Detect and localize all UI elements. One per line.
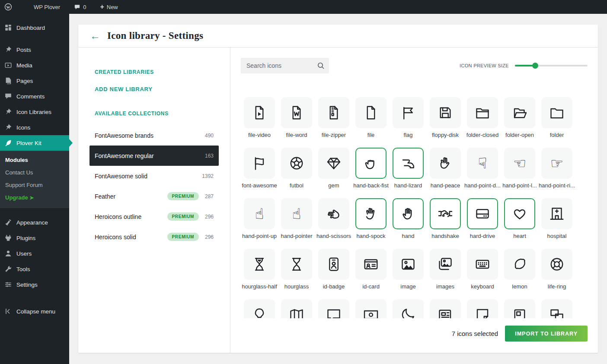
icon-tile-file-video[interactable] [244,97,275,128]
add-new-library-button[interactable]: ADD NEW LIBRARY [95,86,219,92]
dashboard-icon [4,23,13,32]
icon-tile-folder[interactable] [541,97,572,128]
icon-label: keyboard [471,283,494,290]
sidebar-item-settings[interactable]: Settings [0,277,69,292]
collection-row-heroicons-solid[interactable]: Heroicons solidPREMIUM296 [89,227,219,247]
icon-tile-floppy-disk[interactable] [430,97,461,128]
import-to-library-button[interactable]: IMPORT TO LIBRARY [505,326,588,342]
icon-tile-hourglass-half[interactable] [244,249,275,280]
icon-tile-hourglass[interactable] [281,249,312,280]
sidebar-group: PostsMediaPagesCommentsIcon LibrariesIco… [0,42,69,208]
icon-tile-newspaper[interactable] [430,299,461,318]
icon-label: hard-drive [470,233,495,239]
icon-tile-message[interactable] [318,299,349,318]
icon-tile-file-zipper[interactable] [318,97,349,128]
admin-bar-comments[interactable]: 0 [70,0,90,14]
sidebar-item-appearance[interactable]: Appearance [0,215,69,230]
file-video-icon [252,105,267,120]
icon-tile-moon[interactable] [393,299,424,318]
sidebar-item-users[interactable]: Users [0,246,69,261]
icon-tile-id-card[interactable] [355,249,387,280]
sidebar-item-dashboard[interactable]: Dashboard [0,20,69,35]
submenu-item-upgrade[interactable]: Upgrade ➤ [0,191,69,204]
icon-tile-hand-point-left[interactable]: ☜ [504,148,535,179]
sidebar-item-collapse-menu[interactable]: Collapse menu [0,304,69,319]
icon-tile-heart[interactable] [504,198,535,229]
search-input[interactable] [241,58,329,73]
icon-tile-hand-point-down[interactable]: ☟ [467,148,498,179]
icon-tile-futbol[interactable] [281,148,312,179]
icon-tile-hand-back-fist[interactable] [355,148,387,179]
icon-label: flag [404,132,413,138]
sidebar-item-plugins[interactable]: Plugins [0,230,69,246]
life-ring-icon [549,256,565,272]
icon-tile-object-ungroup[interactable] [541,299,572,318]
icon-label: hospital [547,233,567,239]
icon-size-slider[interactable] [515,63,588,69]
icon-tile-hand-point-right[interactable]: ☞ [541,148,572,179]
icon-tile-hand-spock[interactable] [355,198,387,229]
icon-tile-hand-scissors[interactable] [318,198,349,229]
collection-row-feather[interactable]: FeatherPREMIUM287 [89,186,219,206]
icon-tile-flag[interactable] [393,97,424,128]
icon-tile-lightbulb[interactable] [244,299,275,318]
icon-tile-folder-closed[interactable] [467,97,498,128]
admin-bar-site-name[interactable]: WP Plover [29,0,64,14]
collection-row-heroicons-outline[interactable]: Heroicons outlinePREMIUM296 [89,206,219,227]
icon-tile-hand[interactable] [393,198,424,229]
icon-tile-hand-lizard[interactable] [393,148,424,179]
icon-tile-images[interactable] [430,249,461,280]
icons-toolbar: ICON PREVIEW SIZE [241,58,588,73]
icon-tile-life-ring[interactable] [541,249,572,280]
icon-label: handshake [431,233,459,239]
sidebar-item-tools[interactable]: Tools [0,261,69,277]
icon-tile-object-group[interactable] [504,299,535,318]
icon-tile-gem[interactable] [318,148,349,179]
collection-row-fontawesome-regular[interactable]: FontAwesome regular163 [89,146,219,166]
icon-tile-hand-pointer[interactable]: ☝ [281,198,312,229]
submenu-item-support-forum[interactable]: Support Forum [0,179,69,191]
icon-tile-file[interactable] [355,97,387,128]
sidebar-item-icons[interactable]: Icons [0,120,69,135]
admin-bar-new[interactable]: + New [96,0,122,14]
icon-cell-hospital: hospital [538,198,575,239]
media-icon [4,61,13,70]
collection-row-fontawesome-brands[interactable]: FontAwesome brands490 [89,125,219,146]
sidebar-item-media[interactable]: Media [0,57,69,73]
icon-tile-map[interactable] [281,299,312,318]
icon-tile-hospital[interactable] [541,198,572,229]
icon-tile-hand-peace[interactable] [430,148,461,179]
collection-row-fontawesome-solid[interactable]: FontAwesome solid1392 [89,166,219,186]
back-button[interactable]: ← [90,31,100,41]
icon-cell-hard-drive: hard-drive [464,198,501,239]
icon-tile-hard-drive[interactable] [467,198,498,229]
icon-cell-futbol: futbol [278,148,315,189]
icon-tile-file-word[interactable] [281,97,312,128]
icon-tile-money-bill-1[interactable] [355,299,387,318]
sidebar-item-pages[interactable]: Pages [0,73,69,89]
icon-tile-id-badge[interactable] [318,249,349,280]
sidebar-item-posts[interactable]: Posts [0,42,69,57]
icon-tile-image[interactable] [393,249,424,280]
icon-tile-font-awesome[interactable] [244,148,275,179]
icon-tile-folder-open[interactable] [504,97,535,128]
icon-cell-file: file [352,97,390,138]
icon-label: hourglass [284,283,309,290]
sidebar-item-comments[interactable]: Comments [0,89,69,104]
icon-cell-gem: gem [315,148,352,189]
slider-thumb[interactable] [532,63,538,69]
collection-count: 1392 [202,173,214,179]
icon-tile-lemon[interactable] [504,249,535,280]
icon-tile-handshake[interactable] [430,198,461,229]
icon-tile-keyboard[interactable] [467,249,498,280]
sidebar-item-label: Plover Kit [16,140,42,146]
heart-icon [512,206,527,222]
sidebar-item-plover-kit[interactable]: Plover Kit [0,135,69,151]
id-card-icon [363,256,379,272]
wordpress-logo-icon[interactable]: W [0,0,16,14]
sidebar-item-icon-libraries[interactable]: Icon Libraries [0,104,69,120]
submenu-item-contact-us[interactable]: Contact Us [0,166,69,179]
icon-tile-note-sticky[interactable] [467,299,498,318]
icon-tile-hand-point-up[interactable]: ☝ [244,198,275,229]
submenu-item-modules[interactable]: Modules [0,154,69,166]
